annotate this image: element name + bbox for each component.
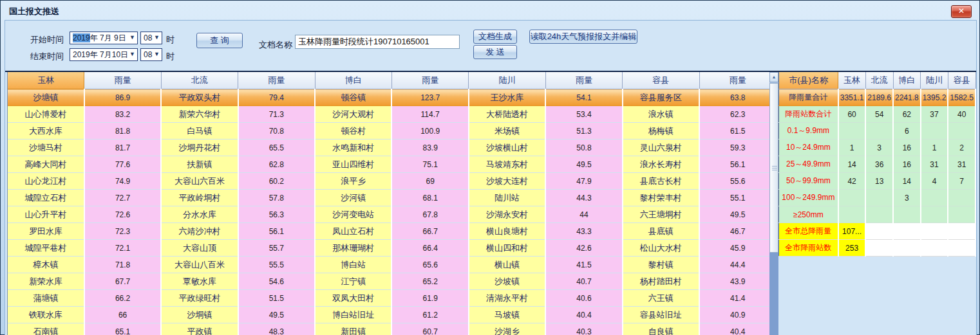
summary-value-cell[interactable]: 40 bbox=[948, 106, 975, 123]
station-cell[interactable]: 沙坡镇 bbox=[469, 273, 545, 290]
rainfall-cell[interactable]: 72.7 bbox=[84, 190, 161, 206]
rainfall-cell[interactable]: 49.5 bbox=[545, 156, 622, 173]
summary-value-cell[interactable]: 31 bbox=[921, 156, 948, 173]
summary-row[interactable]: 100～249.9mm3 bbox=[779, 190, 976, 206]
county-column-header[interactable]: 博白 bbox=[315, 72, 391, 89]
rainfall-cell[interactable]: 75.1 bbox=[391, 156, 468, 173]
summary-value-cell[interactable]: 31 bbox=[948, 156, 975, 173]
station-cell[interactable]: 王沙水库 bbox=[469, 89, 545, 106]
table-row[interactable]: 沙塘马村81.7沙垌丹花村65.5水鸣新和村83.9沙坡横山村50.8灵山六泉村… bbox=[8, 140, 769, 156]
rainfall-cell[interactable]: 55.5 bbox=[238, 257, 315, 273]
station-cell[interactable]: 马坡靖东村 bbox=[469, 156, 545, 173]
summary-value-cell[interactable]: 4 bbox=[921, 173, 948, 190]
rainfall-cell[interactable]: 83.2 bbox=[84, 106, 161, 123]
station-cell[interactable]: 杨梅镇 bbox=[623, 123, 699, 140]
summary-value-cell[interactable]: 60 bbox=[838, 106, 866, 123]
summary-value-cell[interactable] bbox=[838, 190, 866, 206]
summary-value-cell[interactable] bbox=[948, 223, 975, 240]
generate-doc-button[interactable]: 文档生成 bbox=[473, 30, 517, 44]
station-cell[interactable]: 沙坡横山村 bbox=[469, 140, 545, 156]
table-row[interactable]: 山心博爱村83.2新荣六华村71.3沙河大观村114.7大桥陆透村53.4浪水镇… bbox=[8, 106, 769, 123]
station-cell[interactable]: 高峰大同村 bbox=[8, 156, 84, 173]
rainfall-cell[interactable]: 62.3 bbox=[699, 106, 769, 123]
station-cell[interactable]: 江宁镇 bbox=[315, 273, 391, 290]
rainfall-cell[interactable]: 40.3 bbox=[545, 323, 622, 335]
summary-column-header[interactable]: 玉林 bbox=[838, 72, 866, 89]
rainfall-cell[interactable]: 86.9 bbox=[84, 89, 161, 106]
station-cell[interactable]: 山心升平村 bbox=[8, 206, 84, 223]
rainfall-cell[interactable]: 44.4 bbox=[699, 257, 769, 273]
station-cell[interactable]: 灵山六泉村 bbox=[623, 140, 699, 156]
chevron-down-icon[interactable]: ▼ bbox=[154, 51, 160, 57]
summary-value-cell[interactable] bbox=[921, 240, 948, 257]
rainfall-cell[interactable]: 69 bbox=[391, 173, 468, 190]
station-cell[interactable]: 顿谷镇 bbox=[315, 89, 391, 106]
doc-name-input[interactable] bbox=[295, 35, 460, 49]
table-row[interactable]: 山心龙江村74.9大容山六百米60.2浪平乡69沙坡大连村47.9县底古长村55… bbox=[8, 173, 769, 190]
station-cell[interactable]: 分水水库 bbox=[161, 206, 238, 223]
rainfall-cell[interactable]: 56.1 bbox=[699, 156, 769, 173]
station-cell[interactable]: 浪平乡 bbox=[315, 173, 391, 190]
rainfall-cell[interactable]: 63.8 bbox=[699, 89, 769, 106]
summary-value-cell[interactable]: 3 bbox=[865, 140, 893, 156]
station-cell[interactable]: 黎村荣丰村 bbox=[623, 190, 699, 206]
summary-value-cell[interactable] bbox=[921, 123, 948, 140]
summary-column-header[interactable]: 市(县)名称 bbox=[779, 72, 838, 89]
end-date-combo[interactable]: 2019年 7月10日 ▼ bbox=[70, 48, 138, 61]
rainfall-cell[interactable]: 65.1 bbox=[84, 323, 161, 335]
summary-value-cell[interactable]: 7 bbox=[948, 173, 975, 190]
table-row[interactable]: 樟木镇71.8大容山八百米55.5博白站65.6横山镇41.5黎村镇44.4 bbox=[8, 257, 769, 273]
station-cell[interactable]: 自良镇 bbox=[623, 323, 699, 335]
summary-row[interactable]: 50～99.9mm42131447 bbox=[779, 173, 976, 190]
rainfall-cell[interactable]: 49.5 bbox=[699, 206, 769, 223]
rainfall-cell[interactable]: 56.3 bbox=[238, 206, 315, 223]
rainfall-cell[interactable]: 55.1 bbox=[699, 190, 769, 206]
summary-row[interactable]: 0.1～9.9mm6 bbox=[779, 123, 976, 140]
station-cell[interactable]: 六靖沙冲村 bbox=[161, 223, 238, 240]
rainfall-cell[interactable]: 60.2 bbox=[238, 173, 315, 190]
rainfall-column-header[interactable]: 雨量 bbox=[391, 72, 468, 89]
summary-value-cell[interactable] bbox=[865, 223, 893, 240]
rainfall-cell[interactable]: 40.6 bbox=[545, 290, 622, 307]
table-row[interactable]: 新荣水库67.7覃敏水库54.6江宁镇65.2沙坡镇40.7杨村踏田村43.9 bbox=[8, 273, 769, 290]
station-cell[interactable]: 沙塘马村 bbox=[8, 140, 84, 156]
rainfall-cell[interactable]: 51.3 bbox=[545, 123, 622, 140]
station-cell[interactable]: 新田镇 bbox=[315, 323, 391, 335]
summary-row[interactable]: ≥250mm bbox=[779, 206, 976, 223]
rainfall-cell[interactable]: 61.9 bbox=[391, 290, 468, 307]
table-row[interactable]: 城隍立石村72.7平政岭垌村57.8沙河镇68.1陆川站44.3黎村荣丰村55.… bbox=[8, 190, 769, 206]
station-cell[interactable]: 容县站旧址 bbox=[623, 307, 699, 323]
station-cell[interactable]: 城隍立石村 bbox=[8, 190, 84, 206]
summary-value-cell[interactable]: 37 bbox=[921, 106, 948, 123]
station-cell[interactable]: 扶新镇 bbox=[161, 156, 238, 173]
summary-label-cell[interactable]: 降雨站数合计 bbox=[779, 106, 838, 123]
rainfall-column-header[interactable]: 雨量 bbox=[545, 72, 622, 89]
station-cell[interactable]: 石南镇 bbox=[8, 323, 84, 335]
summary-value-cell[interactable]: 1582.5 bbox=[948, 89, 975, 106]
chevron-down-icon[interactable]: ▼ bbox=[129, 51, 135, 57]
station-cell[interactable]: 横山良塘村 bbox=[469, 223, 545, 240]
station-cell[interactable]: 浪水镇 bbox=[623, 106, 699, 123]
rainfall-cell[interactable]: 47.9 bbox=[545, 173, 622, 190]
station-cell[interactable]: 水鸣新和村 bbox=[315, 140, 391, 156]
summary-value-cell[interactable]: 13 bbox=[865, 173, 893, 190]
summary-value-cell[interactable] bbox=[865, 123, 893, 140]
rainfall-cell[interactable]: 40.4 bbox=[545, 307, 622, 323]
summary-value-cell[interactable]: 16 bbox=[893, 156, 921, 173]
rainfall-cell[interactable]: 74.9 bbox=[84, 173, 161, 190]
station-cell[interactable]: 平政双头村 bbox=[161, 89, 238, 106]
rainfall-cell[interactable]: 51.5 bbox=[238, 290, 315, 307]
summary-label-cell[interactable]: 100～249.9mm bbox=[779, 190, 838, 206]
station-cell[interactable]: 新荣六华村 bbox=[161, 106, 238, 123]
summary-value-cell[interactable] bbox=[948, 206, 975, 223]
station-cell[interactable]: 大桥陆透村 bbox=[469, 106, 545, 123]
summary-value-cell[interactable]: 54 bbox=[865, 106, 893, 123]
summary-value-cell[interactable] bbox=[893, 240, 921, 257]
summary-value-cell[interactable]: 2189.6 bbox=[865, 89, 893, 106]
summary-value-cell[interactable]: 6 bbox=[893, 123, 921, 140]
summary-value-cell[interactable] bbox=[893, 223, 921, 240]
rainfall-cell[interactable]: 65.6 bbox=[391, 257, 468, 273]
rainfall-cell[interactable]: 53.4 bbox=[545, 106, 622, 123]
table-row[interactable]: 沙塘镇86.9平政双头村79.4顿谷镇123.7王沙水库54.1容县服务区63.… bbox=[8, 89, 769, 106]
station-cell[interactable]: 六王塘垌村 bbox=[623, 206, 699, 223]
